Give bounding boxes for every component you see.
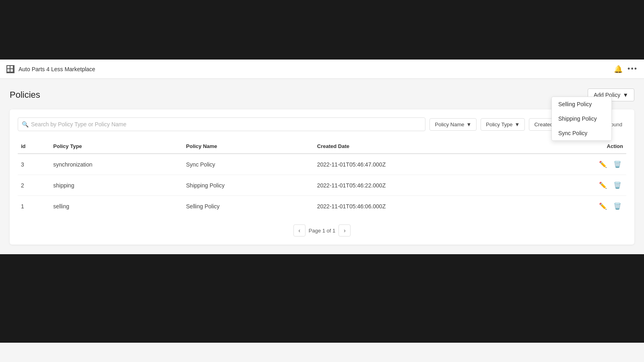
cell-policy-name: Selling Policy <box>183 196 314 217</box>
prev-page-button[interactable]: ‹ <box>293 224 305 237</box>
col-id: id <box>18 139 50 154</box>
cell-action: ✏️ 🗑️ <box>533 196 626 217</box>
col-action: Action <box>533 139 626 154</box>
edit-button[interactable]: ✏️ <box>597 180 609 191</box>
policy-type-chevron-icon: ▼ <box>515 121 520 128</box>
policy-type-filter[interactable]: Policy Type ▼ <box>481 118 525 131</box>
search-wrapper: 🔍 <box>18 117 425 131</box>
policies-table: id Policy Type Policy Name Created Date … <box>18 139 626 216</box>
col-created-date: Created Date <box>314 139 533 154</box>
policy-name-chevron-icon: ▼ <box>466 121 471 128</box>
next-page-button[interactable]: › <box>339 224 351 237</box>
main-content: Policies Add Policy ▼ 🔍 Policy Name ▼ Po… <box>0 79 644 254</box>
policy-name-filter[interactable]: Policy Name ▼ <box>429 118 477 131</box>
delete-button[interactable]: 🗑️ <box>612 201 623 212</box>
add-policy-dropdown: Selling PolicyShipping PolicySync Policy <box>551 97 612 141</box>
table-container: 🔍 Policy Name ▼ Policy Type ▼ Created Da… <box>10 109 634 245</box>
nav-bar: Auto Parts 4 Less Marketplace 🔔 ••• <box>0 60 644 79</box>
search-icon: 🔍 <box>22 121 29 128</box>
cell-policy-type: selling <box>50 196 183 217</box>
policy-name-filter-label: Policy Name <box>435 121 464 128</box>
search-input[interactable] <box>18 117 425 131</box>
page-title: Policies <box>10 90 40 100</box>
pagination: ‹ Page 1 of 1 › <box>18 224 626 237</box>
grid-icon <box>6 65 14 73</box>
table-header-row: id Policy Type Policy Name Created Date … <box>18 139 626 154</box>
delete-button[interactable]: 🗑️ <box>612 159 623 170</box>
delete-button[interactable]: 🗑️ <box>612 180 623 191</box>
app-name: Auto Parts 4 Less Marketplace <box>19 66 95 72</box>
cell-policy-name: Shipping Policy <box>183 175 314 196</box>
nav-right: 🔔 ••• <box>614 65 638 74</box>
cell-id: 2 <box>18 175 50 196</box>
policy-type-filter-label: Policy Type <box>486 121 512 128</box>
bell-icon[interactable]: 🔔 <box>614 65 623 74</box>
cell-policy-type: synchronization <box>50 154 183 175</box>
nav-left: Auto Parts 4 Less Marketplace <box>6 65 95 73</box>
cell-created-date: 2022-11-01T05:46:22.000Z <box>314 175 533 196</box>
col-policy-type: Policy Type <box>50 139 183 154</box>
filter-bar: 🔍 Policy Name ▼ Policy Type ▼ Created Da… <box>18 117 626 131</box>
svg-rect-1 <box>10 66 13 68</box>
chevron-down-icon: ▼ <box>623 92 628 98</box>
svg-rect-2 <box>7 69 10 72</box>
table-row: 1 selling Selling Policy 2022-11-01T05:4… <box>18 196 626 217</box>
cell-id: 3 <box>18 154 50 175</box>
table-row: 2 shipping Shipping Policy 2022-11-01T05… <box>18 175 626 196</box>
svg-rect-3 <box>10 69 13 72</box>
dropdown-item[interactable]: Selling Policy <box>552 97 611 111</box>
more-options-icon[interactable]: ••• <box>627 65 638 73</box>
edit-button[interactable]: ✏️ <box>597 159 609 170</box>
cell-policy-type: shipping <box>50 175 183 196</box>
cell-id: 1 <box>18 196 50 217</box>
dropdown-item[interactable]: Shipping Policy <box>552 111 611 126</box>
top-black-bar <box>0 0 644 60</box>
cell-action: ✏️ 🗑️ <box>533 154 626 175</box>
col-policy-name: Policy Name <box>183 139 314 154</box>
cell-action: ✏️ 🗑️ <box>533 175 626 196</box>
svg-rect-0 <box>7 66 10 68</box>
page-info: Page 1 of 1 <box>309 228 336 234</box>
edit-button[interactable]: ✏️ <box>597 201 609 212</box>
table-row: 3 synchronization Sync Policy 2022-11-01… <box>18 154 626 175</box>
cell-created-date: 2022-11-01T05:46:06.000Z <box>314 196 533 217</box>
dropdown-item[interactable]: Sync Policy <box>552 126 611 140</box>
page-header: Policies Add Policy ▼ <box>10 88 634 101</box>
bottom-black-bar <box>0 254 644 343</box>
cell-created-date: 2022-11-01T05:46:47.000Z <box>314 154 533 175</box>
cell-policy-name: Sync Policy <box>183 154 314 175</box>
